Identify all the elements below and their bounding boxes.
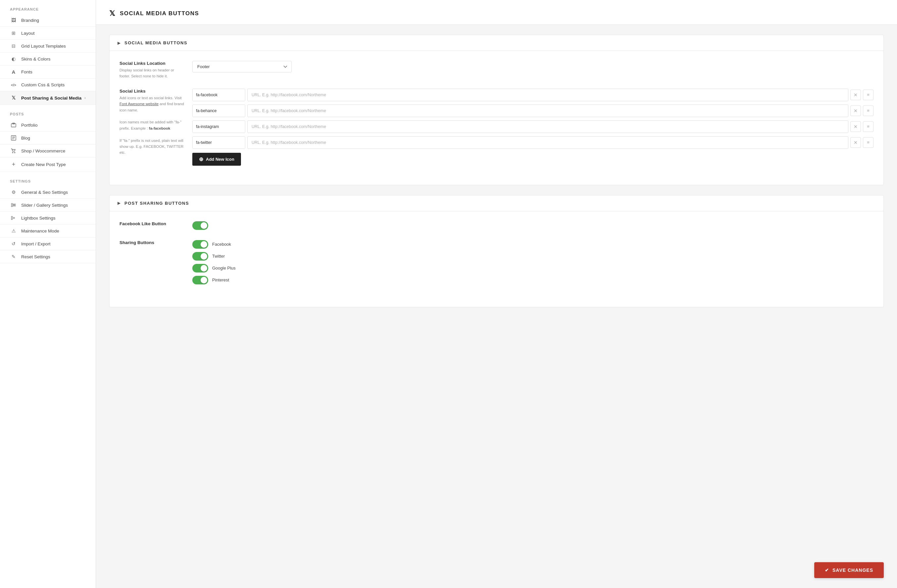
sidebar-item-shop[interactable]: Shop / Woocommerce	[0, 145, 96, 157]
font-awesome-link[interactable]: Font Awesome website	[119, 102, 159, 106]
facebook-like-slider	[192, 221, 208, 230]
sharing-twitter-toggle[interactable]	[192, 252, 208, 261]
remove-link-behance[interactable]: ✕	[850, 105, 861, 116]
icon-name-wrap-twitter	[192, 136, 245, 149]
sidebar-item-import-export[interactable]: ↺ Import / Export	[0, 237, 96, 250]
icon-name-input-instagram[interactable]	[193, 121, 245, 133]
social-media-section: ▶ SOCIAL MEDIA BUTTONS Social Links Loca…	[109, 35, 884, 185]
social-media-section-header[interactable]: ▶ SOCIAL MEDIA BUTTONS	[110, 35, 883, 51]
sharing-pinterest-slider	[192, 276, 208, 284]
sidebar-item-post-sharing[interactable]: 𝕏 Post Sharing & Social Media ›	[0, 91, 96, 105]
sidebar: APPEARANCE 🖼 Branding ⊞ Layout ⊟ Grid La…	[0, 0, 96, 588]
drag-handle-twitter[interactable]: ≡	[863, 137, 874, 148]
sidebar-item-layout[interactable]: ⊞ Layout	[0, 27, 96, 40]
icon-name-input-behance[interactable]	[193, 105, 245, 117]
save-changes-button[interactable]: ✔ SAVE CHANGES	[814, 562, 884, 578]
remove-link-instagram[interactable]: ✕	[850, 121, 861, 132]
sharing-buttons-label-col: Sharing Buttons	[119, 240, 192, 246]
sharing-facebook-toggle[interactable]	[192, 240, 208, 249]
url-input-behance[interactable]	[247, 104, 848, 117]
icon-name-input-twitter[interactable]	[193, 137, 245, 148]
sidebar-item-label: General & Seo Settings	[21, 190, 68, 195]
social-links-location-row: Social Links Location Display social lin…	[119, 61, 874, 79]
content-area: ▶ SOCIAL MEDIA BUTTONS Social Links Loca…	[96, 25, 897, 327]
svg-point-8	[11, 203, 12, 205]
main-content: 𝕏 SOCIAL MEDIA BUTTONS ▶ SOCIAL MEDIA BU…	[96, 0, 897, 588]
post-sharing-section-title: POST SHARING BUTTONS	[124, 201, 189, 206]
section-arrow-icon: ▶	[118, 41, 121, 45]
sharing-pinterest-toggle[interactable]	[192, 276, 208, 284]
post-sharing-arrow-icon: ▶	[118, 201, 121, 205]
create-post-icon: +	[10, 161, 17, 168]
sidebar-item-maintenance[interactable]: ⚠ Maintenance Mode	[0, 225, 96, 237]
sidebar-item-skins-colors[interactable]: ◐ Skins & Colors	[0, 53, 96, 66]
social-links-desc-text-3: Icon names must be added with "fa-" pref…	[119, 120, 181, 130]
icon-name-wrap-instagram	[192, 121, 245, 133]
sidebar-item-label: Fonts	[21, 69, 32, 75]
page-header-icon: 𝕏	[109, 9, 115, 18]
post-sharing-section-header[interactable]: ▶ POST SHARING BUTTONS	[110, 195, 883, 211]
social-media-section-body: Social Links Location Display social lin…	[110, 51, 883, 185]
social-links-desc-text-4: If "fa-" prefix is not used, plain text …	[119, 139, 184, 155]
sharing-buttons-row: Sharing Buttons Facebook	[119, 240, 874, 288]
sidebar-item-label: Lightbox Settings	[21, 215, 56, 221]
social-link-row-facebook: f ✕ ≡	[192, 89, 874, 101]
css-icon: </>	[10, 83, 17, 87]
drag-handle-instagram[interactable]: ≡	[863, 121, 874, 132]
facebook-like-toggle[interactable]	[192, 221, 208, 230]
facebook-like-label-col: Facebook Like Button	[119, 221, 192, 228]
sidebar-item-reset-settings[interactable]: ✎ Reset Settings	[0, 250, 96, 263]
sharing-buttons-label: Sharing Buttons	[119, 240, 186, 245]
sidebar-item-lightbox[interactable]: Lightbox Settings	[0, 212, 96, 225]
layout-icon: ⊞	[10, 31, 17, 36]
social-links-desc-text-1: Add icons or text as social links. Visit	[119, 96, 182, 100]
social-links-location-desc: Display social links on header or footer…	[119, 67, 186, 79]
add-new-icon-button[interactable]: ⊕ Add New Icon	[192, 153, 241, 166]
facebook-like-row: Facebook Like Button	[119, 221, 874, 231]
fonts-icon: A	[10, 69, 17, 75]
social-links-location-select[interactable]: None Header Footer	[192, 61, 292, 72]
maintenance-icon: ⚠	[10, 228, 17, 234]
sidebar-item-create-post-type[interactable]: + Create New Post Type	[0, 157, 96, 172]
sidebar-item-branding[interactable]: 🖼 Branding	[0, 14, 96, 27]
blog-icon	[10, 135, 17, 141]
sharing-facebook-wrap: Facebook	[192, 240, 874, 249]
sidebar-item-slider-gallery[interactable]: Slider / Gallery Settings	[0, 199, 96, 212]
social-links-row: Social Links Add icons or text as social…	[119, 89, 874, 166]
url-input-facebook[interactable]	[247, 89, 848, 101]
drag-handle-behance[interactable]: ≡	[863, 105, 874, 116]
facebook-like-control	[192, 221, 874, 231]
icon-name-input-facebook[interactable]	[193, 89, 245, 101]
sharing-facebook-label: Facebook	[212, 242, 231, 247]
svg-point-14	[11, 216, 12, 218]
sidebar-item-portfolio[interactable]: Portfolio	[0, 119, 96, 131]
remove-link-facebook[interactable]: ✕	[850, 90, 861, 100]
sidebar-item-fonts[interactable]: A Fonts	[0, 66, 96, 79]
sharing-pinterest-wrap: Pinterest	[192, 276, 874, 284]
sidebar-item-custom-css[interactable]: </> Custom Css & Scripts	[0, 79, 96, 91]
save-changes-label: SAVE CHANGES	[833, 568, 873, 573]
sidebar-item-label: Shop / Woocommerce	[21, 148, 65, 153]
skins-icon: ◐	[10, 56, 17, 61]
sidebar-item-label: Create New Post Type	[21, 162, 66, 167]
svg-point-16	[13, 217, 15, 218]
page-title: SOCIAL MEDIA BUTTONS	[120, 10, 199, 17]
social-link-row-instagram: ✕ ≡	[192, 121, 874, 133]
url-input-instagram[interactable]	[247, 121, 848, 133]
sidebar-item-general-seo[interactable]: ⚙ General & Seo Settings	[0, 186, 96, 199]
social-links-label-col: Social Links Add icons or text as social…	[119, 89, 192, 156]
sidebar-item-blog[interactable]: Blog	[0, 131, 96, 145]
remove-link-twitter[interactable]: ✕	[850, 137, 861, 148]
sharing-google-plus-wrap: Google Plus	[192, 264, 874, 272]
portfolio-icon	[10, 122, 17, 128]
sidebar-item-grid-layout-templates[interactable]: ⊟ Grid Layout Templates	[0, 40, 96, 53]
sidebar-item-label: Maintenance Mode	[21, 229, 59, 234]
social-links-list: f ✕ ≡ Bē	[192, 89, 874, 149]
url-input-twitter[interactable]	[247, 136, 848, 149]
sharing-buttons-control: Facebook Twitter	[192, 240, 874, 288]
social-link-row-behance: Bē ✕ ≡	[192, 104, 874, 117]
icon-name-wrap-behance: Bē	[192, 104, 245, 117]
drag-handle-facebook[interactable]: ≡	[863, 90, 874, 100]
sharing-google-plus-label: Google Plus	[212, 266, 236, 270]
sharing-google-plus-toggle[interactable]	[192, 264, 208, 272]
